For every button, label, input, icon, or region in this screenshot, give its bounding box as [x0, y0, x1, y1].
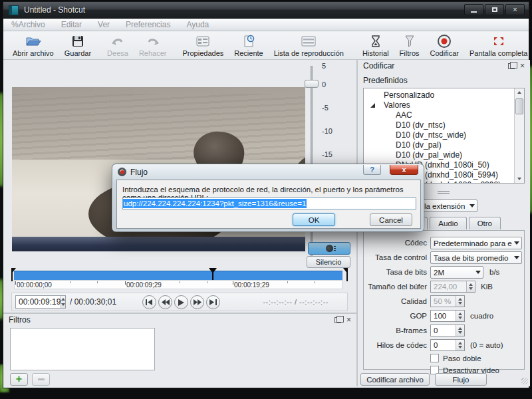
spin-arrows[interactable] — [456, 340, 464, 350]
chevron-down-icon — [467, 204, 477, 207]
encode-panel-header[interactable]: Codificar × — [358, 60, 530, 72]
encode-file-button[interactable]: Codificar archivo — [360, 373, 430, 386]
close-panel-icon[interactable]: × — [346, 316, 351, 324]
tab-otro[interactable]: Otro — [469, 217, 501, 229]
preset-item[interactable]: D10 (dv_ntsc_wide) — [364, 130, 524, 140]
volume-popup-button[interactable] — [308, 242, 350, 255]
mute-button[interactable]: Silencio — [307, 256, 350, 268]
menu-bar: %Archivo Editar Ver Preferencias Ayuda — [3, 19, 529, 31]
rewind-icon — [162, 299, 170, 305]
menu-archivo[interactable]: %Archivo — [11, 20, 45, 29]
dialog-help-button[interactable]: ? — [363, 165, 381, 175]
funnel-icon — [404, 34, 415, 49]
dual-pass-checkbox[interactable] — [430, 354, 439, 362]
close-icon: × — [513, 6, 517, 13]
chevron-down-icon — [473, 271, 483, 274]
volume-slider-handle[interactable] — [305, 80, 319, 88]
maximize-button[interactable] — [485, 4, 504, 15]
remove-filter-button[interactable] — [32, 373, 50, 386]
codec-threads-suffix: (0 = auto) — [470, 341, 503, 349]
play-icon — [178, 299, 184, 306]
recent-button[interactable]: Reciente — [229, 31, 268, 59]
tree-expander-icon[interactable] — [370, 103, 375, 108]
position-spinbox[interactable]: 00:00:09:19 — [15, 295, 66, 309]
rewind-button[interactable] — [158, 295, 172, 309]
quality-label: Calidad — [366, 297, 427, 305]
buffer-spinbox[interactable]: 224,00 — [430, 281, 475, 293]
volume-tick: -5 — [322, 104, 329, 112]
minimize-button[interactable] — [464, 4, 483, 15]
save-button[interactable]: Guardar — [59, 31, 96, 59]
spin-arrows[interactable] — [466, 281, 475, 292]
quality-spinbox[interactable]: 50 % — [430, 295, 465, 307]
spin-arrows[interactable] — [456, 296, 464, 307]
menu-editar[interactable]: Editar — [61, 20, 82, 29]
codec-threads-spinbox[interactable]: 0 — [430, 339, 465, 351]
cancel-button[interactable]: Cancel — [370, 213, 412, 226]
close-panel-icon[interactable]: × — [520, 62, 525, 70]
panel-splitter-handle[interactable] — [438, 191, 450, 192]
playlist-lines-icon — [301, 34, 317, 49]
filters-list[interactable] — [10, 328, 155, 370]
time-ruler[interactable]: 00:00:00;00 00:00:09;29 00:00:19;29 — [14, 280, 342, 289]
skip-to-start-button[interactable] — [142, 295, 156, 309]
main-toolbar: Abrir archivo Guardar Deesa Rehacer — [3, 31, 529, 60]
history-button[interactable]: Historial — [357, 31, 394, 59]
open-file-button[interactable]: Abrir archivo — [7, 31, 59, 59]
playlist-button[interactable]: Lista de reproducción — [269, 31, 349, 59]
codec-threads-label: Hilos de códec — [366, 341, 427, 349]
preset-item[interactable]: D10 (dv_pal_wide) — [364, 150, 524, 160]
preset-item[interactable]: D10 (dv_ntsc) — [364, 120, 524, 130]
menu-ayuda[interactable]: Ayuda — [186, 20, 209, 29]
skip-start-icon — [146, 299, 153, 305]
skip-end-icon — [209, 299, 217, 305]
chevron-down-icon — [512, 256, 521, 259]
tab-audio[interactable]: Audio — [430, 217, 466, 229]
resize-grip[interactable] — [521, 378, 528, 384]
spin-arrows[interactable] — [456, 325, 464, 336]
preset-item[interactable]: Valores — [364, 100, 524, 110]
fullscreen-button[interactable]: Pantalla completa — [464, 31, 532, 59]
menu-preferencias[interactable]: Preferencias — [126, 20, 170, 29]
fast-forward-icon — [194, 299, 201, 305]
fast-forward-button[interactable] — [190, 295, 204, 309]
fullscreen-arrows-icon — [492, 34, 505, 49]
undo-button[interactable]: Deesa — [102, 31, 134, 59]
float-panel-icon[interactable] — [334, 317, 341, 323]
spin-arrows[interactable] — [456, 311, 464, 321]
ok-button[interactable]: OK — [293, 213, 335, 226]
rate-control-combobox[interactable]: Tasa de bits promedio — [430, 251, 522, 264]
title-bar[interactable]: Untitled - Shotcut × — [3, 2, 529, 19]
bframes-spinbox[interactable]: 0 — [430, 325, 465, 336]
filters-panel-header[interactable]: Filtros × — [3, 314, 356, 326]
presets-scrollbar[interactable] — [514, 88, 524, 183]
bitrate-combobox[interactable]: 2M — [430, 266, 483, 279]
play-button[interactable] — [174, 295, 188, 309]
close-button[interactable]: × — [505, 4, 525, 15]
url-input[interactable]: udp://224.224.224.224:1234?pkt_size=1316… — [122, 198, 416, 209]
properties-list-icon — [196, 34, 210, 49]
redo-button[interactable]: Rehacer — [134, 31, 172, 59]
preset-item[interactable]: D10 (dv_pal) — [364, 140, 524, 150]
float-panel-icon[interactable] — [508, 63, 515, 69]
properties-button[interactable]: Propiedades — [177, 31, 229, 59]
dual-pass-row: Paso doble — [430, 354, 481, 362]
scrollbar-thumb[interactable] — [515, 98, 523, 114]
dual-pass-label: Paso doble — [443, 354, 481, 362]
skip-to-end-button[interactable] — [206, 295, 220, 309]
position-spin-arrows[interactable] — [61, 296, 65, 308]
encode-button[interactable]: Codificar — [425, 31, 464, 59]
buffer-suffix: KiB — [481, 283, 493, 291]
stream-button[interactable]: Flujo — [435, 373, 487, 386]
preset-item[interactable]: AAC — [364, 110, 524, 120]
dialog-close-button[interactable]: x — [390, 165, 418, 175]
menu-ver[interactable]: Ver — [98, 20, 110, 29]
filters-button[interactable]: Filtros — [394, 31, 425, 59]
add-filter-button[interactable]: + — [10, 373, 28, 386]
gop-spinbox[interactable]: 100 — [430, 310, 465, 322]
preset-item[interactable]: Personalizado — [364, 90, 524, 100]
minus-icon — [38, 378, 45, 380]
total-duration: / 00:00:30;01 — [70, 297, 116, 307]
scrubber-bar[interactable] — [14, 271, 342, 280]
codec-combobox[interactable]: Predeterminado para el for — [430, 237, 522, 249]
